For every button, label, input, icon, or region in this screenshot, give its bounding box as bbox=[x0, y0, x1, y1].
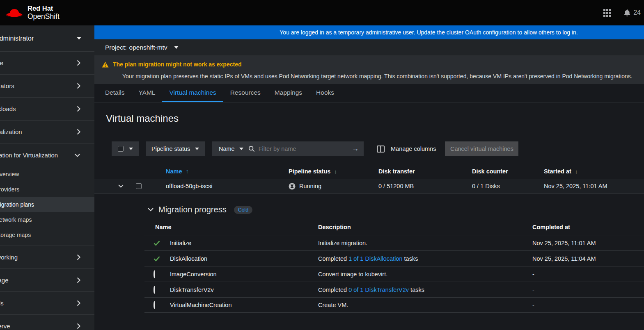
row-checkbox[interactable] bbox=[136, 183, 142, 189]
bulk-select-dropdown[interactable] bbox=[112, 141, 139, 156]
step-pending-icon bbox=[154, 302, 160, 308]
column-label: Started at bbox=[544, 168, 571, 175]
migration-progress-toggle[interactable]: Migration progress Cold bbox=[148, 205, 644, 214]
sidebar-item-storage-maps[interactable]: Storage maps bbox=[0, 227, 94, 242]
sidebar-item-virtualization[interactable]: Virtualization bbox=[0, 121, 94, 143]
chevron-right-icon bbox=[77, 277, 80, 283]
step-pending-icon bbox=[154, 271, 160, 278]
chevron-right-icon bbox=[77, 83, 80, 89]
manage-columns-label: Manage columns bbox=[391, 146, 436, 152]
sidebar-item-providers[interactable]: Providers bbox=[0, 182, 94, 197]
chevron-right-icon bbox=[77, 254, 80, 260]
search-input[interactable] bbox=[259, 146, 347, 152]
migration-progress-title: Migration progress bbox=[158, 205, 227, 214]
chevron-right-icon bbox=[77, 60, 80, 66]
sidebar-item-operators[interactable]: Operators bbox=[0, 75, 94, 98]
sidebar-item-workloads[interactable]: Workloads bbox=[0, 98, 94, 121]
brand-logo[interactable]: Red Hat OpenShift bbox=[6, 5, 60, 20]
warning-alert: The plan migration might not work as exp… bbox=[94, 56, 644, 84]
banner-text: to allow others to log in. bbox=[516, 29, 578, 36]
column-label: Name bbox=[166, 168, 182, 175]
column-header-started-at[interactable]: Started at ↕ bbox=[538, 168, 644, 175]
step-tasks-link[interactable]: 1 of 1 DiskAllocation bbox=[348, 255, 402, 262]
sidebar-item-label: Migration for Virtualization bbox=[0, 152, 58, 159]
tab-label: Details bbox=[105, 89, 124, 96]
sidebar-item-label: Network maps bbox=[0, 216, 32, 223]
sidebar-item-storage[interactable]: Storage bbox=[0, 269, 94, 292]
tab-hooks[interactable]: Hooks bbox=[309, 84, 341, 102]
step-completed-at: - bbox=[532, 271, 644, 278]
banner-text: You are logged in as a temporary adminis… bbox=[280, 29, 447, 36]
chevron-right-icon bbox=[77, 129, 80, 135]
sort-icon: ↕ bbox=[334, 168, 337, 175]
vm-disk-transfer-cell: 0 / 51200 MB bbox=[373, 183, 466, 189]
app-launcher-icon[interactable] bbox=[603, 9, 611, 17]
step-completed-at: - bbox=[532, 287, 644, 293]
step-name-label: VirtualMachineCreation bbox=[170, 302, 231, 308]
cancel-virtual-machines-button[interactable]: Cancel virtual machines bbox=[445, 141, 518, 156]
column-header-step-description: Description bbox=[318, 224, 532, 230]
columns-icon bbox=[377, 146, 385, 152]
sidebar-item-builds[interactable]: Builds bbox=[0, 292, 94, 315]
sidebar-item-network-maps[interactable]: Network maps bbox=[0, 212, 94, 227]
tab-resources[interactable]: Resources bbox=[223, 84, 268, 102]
caret-down-icon bbox=[77, 37, 81, 40]
step-row: DiskAllocation Completed 1 of 1 DiskAllo… bbox=[144, 250, 644, 266]
sidebar-item-home[interactable]: Home bbox=[0, 52, 94, 75]
bulk-select-checkbox[interactable] bbox=[118, 146, 124, 152]
sidebar-item-label: Storage maps bbox=[0, 232, 31, 238]
sidebar-item-observe[interactable]: Observe bbox=[0, 315, 94, 330]
sidebar-item-label: Virtualization bbox=[0, 128, 22, 135]
perspective-switcher[interactable]: Administrator bbox=[0, 25, 94, 52]
column-header-pipeline-status[interactable]: Pipeline status ↕ bbox=[283, 168, 373, 175]
sidebar-item-migration-for-virtualization[interactable]: Migration for Virtualization bbox=[0, 143, 94, 166]
oauth-config-link[interactable]: cluster OAuth configuration bbox=[447, 29, 516, 36]
step-completed-at: - bbox=[532, 302, 644, 308]
tab-virtual-machines[interactable]: Virtual machines bbox=[162, 84, 223, 102]
vm-table: Name ↑ Pipeline status ↕ Disk transfer D… bbox=[94, 164, 644, 193]
alert-description: Your migration plan preserves the static… bbox=[102, 73, 634, 80]
filter-attribute-dropdown[interactable]: Name bbox=[212, 141, 248, 156]
row-expand-toggle[interactable] bbox=[118, 184, 124, 188]
column-header-step-name: Name bbox=[144, 224, 318, 230]
bell-icon bbox=[623, 9, 631, 17]
caret-down-icon bbox=[195, 148, 199, 150]
name-filter-group: Name → bbox=[212, 141, 364, 156]
sidebar-subnav: Overview Providers Migration plans Netwo… bbox=[0, 166, 94, 246]
notifications-button[interactable]: 24 bbox=[623, 9, 641, 17]
sidebar-item-label: Operators bbox=[0, 82, 14, 89]
step-row: DiskTransferV2v Completed 0 of 1 DiskTra… bbox=[144, 282, 644, 297]
step-desc-text: tasks bbox=[409, 287, 424, 293]
tab-details[interactable]: Details bbox=[98, 84, 131, 102]
step-tasks-link[interactable]: 0 of 1 DiskTransferV2v bbox=[348, 287, 409, 293]
search-submit-button[interactable]: → bbox=[347, 141, 364, 156]
tab-label: Hooks bbox=[316, 89, 334, 96]
step-pending-icon bbox=[154, 287, 160, 293]
chevron-right-icon bbox=[77, 106, 80, 112]
column-label: Disk transfer bbox=[378, 168, 415, 175]
sidebar-item-label: Builds bbox=[0, 300, 4, 307]
migration-type-badge: Cold bbox=[234, 206, 253, 214]
manage-columns-button[interactable]: Manage columns bbox=[377, 146, 436, 152]
sidebar-item-migration-plans[interactable]: Migration plans bbox=[0, 197, 94, 212]
redhat-fedora-icon bbox=[6, 7, 23, 19]
tab-label: Mappings bbox=[275, 89, 302, 96]
column-label: Pipeline status bbox=[289, 168, 330, 175]
pipeline-status-filter[interactable]: Pipeline status bbox=[146, 141, 205, 156]
migration-steps-table: Name Description Completed at Initialize… bbox=[144, 219, 644, 313]
vm-name-cell: offload-50gb-iscsi bbox=[160, 183, 283, 189]
login-banner: You are logged in as a temporary adminis… bbox=[94, 25, 644, 39]
sidebar-item-label: Workloads bbox=[0, 105, 16, 112]
tab-mappings[interactable]: Mappings bbox=[268, 84, 309, 102]
alert-title: The plan migration might not work as exp… bbox=[113, 61, 242, 68]
sidebar-item-overview[interactable]: Overview bbox=[0, 166, 94, 182]
tab-yaml[interactable]: YAML bbox=[131, 84, 162, 102]
brand-product: OpenShift bbox=[28, 12, 60, 20]
caret-down-icon bbox=[174, 46, 179, 49]
column-header-name[interactable]: Name ↑ bbox=[160, 168, 283, 175]
project-label: Project: bbox=[105, 44, 127, 51]
sidebar-item-label: Providers bbox=[0, 186, 19, 193]
chevron-right-icon bbox=[77, 323, 80, 329]
project-selector[interactable]: Project: openshift-mtv bbox=[94, 39, 644, 56]
sidebar-item-networking[interactable]: Networking bbox=[0, 246, 94, 269]
